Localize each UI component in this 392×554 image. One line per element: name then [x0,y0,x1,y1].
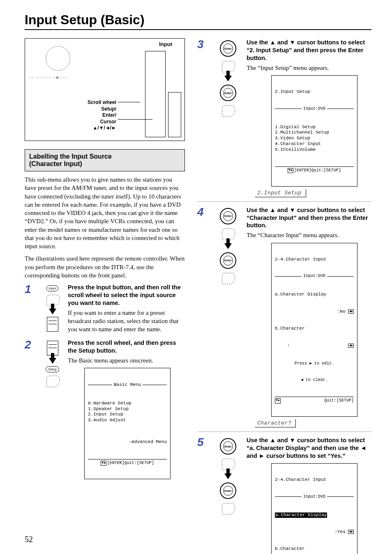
section-title-line2: (Character Input) [29,160,82,167]
label-enter: Enter/ [74,112,116,119]
step-5-icons: Enter Enter [214,436,242,554]
osd-items: 1.Digital Setup 2.Multichannel Setup 3.V… [275,125,354,153]
osd-footer-text: Quit:[SETUP] [324,398,354,404]
step-1-icons: Input [41,284,64,333]
step-1: 1 Input Press the Input button, and then… [25,284,185,333]
updown-icon: ▼▲ [288,168,293,173]
step-5-number: 5 [197,436,210,554]
enter-button-icon: Enter [220,252,236,269]
enter-button-icon: Enter [220,85,236,101]
osd-advanced: →Advanced Menu [88,439,167,445]
osd-row-a-val: :No [337,309,346,314]
enter-label: Enter [224,489,232,492]
step-3-icons: Enter Enter [214,39,242,197]
osd-row-a-val: :Yes [334,529,345,534]
leftright-icon: ◄► [348,530,354,534]
updown-icon: ▼▲ [101,461,106,466]
label-arrows: ▲/▼/◄/► [74,125,116,132]
osd-row-a: a.Character Display [275,292,326,298]
step-4-number: 4 [197,206,210,428]
setup-button-icon: Setup [46,366,59,372]
osd-footer: ▼▲ [ENTER]Quit:[SETUP] [275,166,354,173]
step-3: 3 Enter Enter Use the ▲ and ▼ cursor but… [197,38,371,197]
arrow-down-icon [224,76,232,81]
step-1-number: 1 [25,284,37,333]
osd-footer: ▼▲ [ENTER]Quit:[SETUP] [88,459,167,466]
osd-footer-text: [ENTER]Quit:[SETUP] [294,168,341,173]
arrow-down-icon [224,473,232,479]
osd-row-a-highlight: a.Character Display [275,512,327,518]
label-setup: Setup/ [74,106,116,113]
section-title-line1: Labelling the Input Source [29,153,112,160]
hand-icon [46,375,60,387]
hand-icon [221,104,235,117]
scroll-wheel-icon [47,317,58,332]
osd-subtitle: Input:DVD [303,106,325,112]
step-2-body: The Basic menu appears onscreen. [68,356,185,365]
osd-row-b: b.Character [275,546,305,552]
step-4-head: Use the ▲ and ▼ cursor buttons to select… [247,206,371,230]
updown-icon: ▼▲ [275,398,281,404]
diagram-remote-side [168,92,181,137]
label-scroll-wheel: Scroll wheel [74,99,116,106]
step-4-icons: Enter Enter [214,206,242,428]
enter-label: Enter [224,445,232,448]
osd-items: 0.Hardware Setup 1.Speaker Setup 2.Input… [88,401,167,423]
step-3-body: The “Input Setup” menu appears. [247,64,371,72]
arrow-down-icon [49,358,56,364]
step-4-lcd: Character? [255,419,296,427]
hand-icon [221,502,235,515]
diagram-unit-icon [46,46,70,71]
osd-title: 2.Input Setup [275,89,354,95]
step-5: 5 Enter Enter Use the ▲ and ▼ cursor but… [197,436,371,554]
diagram-input-label: Input [159,41,172,47]
step-3-lcd: 2.Input Setup [255,189,306,197]
osd-title: 2-4.Character Input [275,477,354,483]
step-1-body: If you want to enter a name for a preset… [68,309,185,334]
intro-paragraph-2: The illustrations used here represent th… [25,254,185,279]
enter-label: Enter [224,259,232,262]
leftright-icon: ◄► [348,344,354,348]
step-2-icons: Setup [41,339,64,479]
osd-row-b-val: : [275,343,290,349]
remote-diagram: Input ○ ○ ○ ○ ○ ○ ○ ○ ◉ ○ ○ ○ Scroll whe… [25,38,185,141]
page-number: 52 [25,535,33,544]
osd-footer-text: [ENTER]Quit:[SETUP] [107,461,154,466]
osd-row-b: b.Character [275,326,305,332]
enter-button-icon: Enter [220,208,236,224]
label-cursor: Cursor [74,119,116,125]
step-3-head: Use the ▲ and ▼ cursor buttons to select… [247,39,371,62]
divider [197,201,371,202]
arrow-down-icon [49,309,56,314]
title-rule [25,29,371,30]
osd-hint1: Press ► to edit. [275,361,354,367]
osd-footer: ▼▲ Quit:[SETUP] [275,397,354,404]
diagram-labels: Scroll wheel Setup/ Enter/ Cursor ▲/▼/◄/… [74,99,116,132]
step-5-osd: 2-4.Character Input Input:DVD a.Characte… [271,463,357,554]
step-4: 4 Enter Enter Use the ▲ and ▼ cursor but… [197,206,371,428]
hand-icon [221,272,235,284]
step-2-osd: Basic Menu 0.Hardware Setup 1.Speaker Se… [84,368,171,479]
osd-title: Basic Menu [114,382,141,388]
step-4-osd: 2-4.Character Input Input:DVD a.Characte… [271,243,357,417]
enter-label: Enter [224,47,232,50]
page-title: Input Setup (Basic) [25,12,371,28]
osd-subtitle: Input:DVD [303,494,325,500]
step-3-number: 3 [197,39,210,197]
input-button-icon: Input [46,285,59,291]
step-2-head: Press the scroll wheel, and then press t… [68,339,185,355]
enter-label: Enter [224,215,232,217]
enter-button-icon: Enter [220,40,236,57]
intro-paragraph-1: This sub-menu allows you to give names t… [25,175,185,250]
osd-hint2: ◄ to clear. [275,378,354,383]
osd-title: 2-4.Character Input [275,257,354,263]
step-4-body: The “Character Input” menu appears. [247,231,371,239]
step-2-number: 2 [25,339,37,479]
divider [197,432,371,432]
step-2: 2 Setup Press the scroll wheel, and then… [25,339,185,479]
step-5-head: Use the ▲ and ▼ cursor buttons to select… [247,436,371,460]
section-header: Labelling the Input Source (Character In… [25,149,185,171]
osd-subtitle: Input:DVD [303,274,325,279]
leftright-icon: ◄► [348,309,354,314]
enter-button-icon: Enter [220,438,236,455]
